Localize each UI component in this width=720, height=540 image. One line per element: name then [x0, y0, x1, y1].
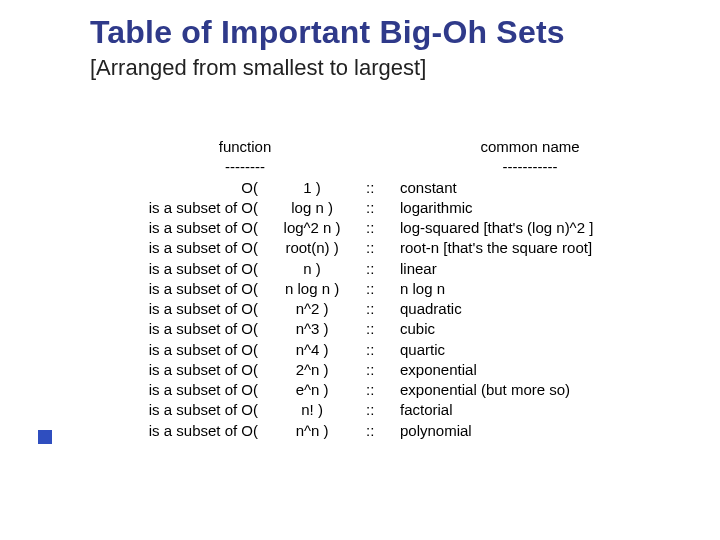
header-function: function [130, 137, 360, 157]
row-prefix: is a subset of O( [130, 380, 260, 400]
row-prefix: is a subset of O( [130, 360, 260, 380]
row-prefix: is a subset of O( [130, 319, 260, 339]
row-separator: :: [360, 178, 400, 198]
row-separator: :: [360, 279, 400, 299]
table-row: is a subset of O( log n )::logarithmic [130, 198, 720, 218]
row-function: n! ) [260, 400, 360, 420]
row-prefix: O( [130, 178, 260, 198]
decorative-square [38, 430, 52, 444]
row-function: 2^n ) [260, 360, 360, 380]
row-function: n^2 ) [260, 299, 360, 319]
row-function: root(n) ) [260, 238, 360, 258]
table-row: is a subset of O( n )::linear [130, 259, 720, 279]
row-separator: :: [360, 360, 400, 380]
header-common-name-dash: ----------- [400, 157, 660, 177]
table-body: O( 1 )::constantis a subset of O( log n … [130, 178, 720, 441]
row-common-name: polynomial [400, 421, 720, 441]
header-common-name: common name [400, 137, 660, 157]
row-common-name: logarithmic [400, 198, 720, 218]
row-common-name: quadratic [400, 299, 720, 319]
table-row: is a subset of O( log^2 n )::log-squared… [130, 218, 720, 238]
row-prefix: is a subset of O( [130, 238, 260, 258]
row-function: e^n ) [260, 380, 360, 400]
row-separator: :: [360, 238, 400, 258]
row-prefix: is a subset of O( [130, 198, 260, 218]
row-common-name: cubic [400, 319, 720, 339]
row-separator: :: [360, 340, 400, 360]
table-row: is a subset of O( n^4 )::quartic [130, 340, 720, 360]
row-common-name: n log n [400, 279, 720, 299]
row-separator: :: [360, 400, 400, 420]
row-separator: :: [360, 299, 400, 319]
row-common-name: factorial [400, 400, 720, 420]
row-common-name: log-squared [that's (log n)^2 ] [400, 218, 720, 238]
row-common-name: constant [400, 178, 720, 198]
row-prefix: is a subset of O( [130, 340, 260, 360]
row-common-name: exponential [400, 360, 720, 380]
row-separator: :: [360, 319, 400, 339]
page-subtitle: [Arranged from smallest to largest] [90, 55, 720, 81]
table-row: O( 1 )::constant [130, 178, 720, 198]
row-prefix: is a subset of O( [130, 279, 260, 299]
row-common-name: exponential (but more so) [400, 380, 720, 400]
row-separator: :: [360, 198, 400, 218]
row-common-name: quartic [400, 340, 720, 360]
row-function: n ) [260, 259, 360, 279]
row-separator: :: [360, 218, 400, 238]
table-row: is a subset of O( n^2 )::quadratic [130, 299, 720, 319]
table-row: is a subset of O( e^n )::exponential (bu… [130, 380, 720, 400]
row-function: 1 ) [260, 178, 360, 198]
row-function: log^2 n ) [260, 218, 360, 238]
header-divider: -------- ----------- [130, 157, 720, 177]
row-prefix: is a subset of O( [130, 421, 260, 441]
row-function: n^4 ) [260, 340, 360, 360]
row-function: n^n ) [260, 421, 360, 441]
header-function-dash: -------- [130, 157, 360, 177]
row-function: n log n ) [260, 279, 360, 299]
page-title: Table of Important Big-Oh Sets [90, 14, 720, 51]
row-prefix: is a subset of O( [130, 400, 260, 420]
row-separator: :: [360, 259, 400, 279]
table-row: is a subset of O( root(n) )::root-n [tha… [130, 238, 720, 258]
row-function: n^3 ) [260, 319, 360, 339]
row-separator: :: [360, 421, 400, 441]
big-oh-table: function common name -------- ----------… [130, 137, 720, 441]
row-prefix: is a subset of O( [130, 218, 260, 238]
table-row: is a subset of O( n^n )::polynomial [130, 421, 720, 441]
row-prefix: is a subset of O( [130, 259, 260, 279]
row-common-name: root-n [that's the square root] [400, 238, 720, 258]
row-separator: :: [360, 380, 400, 400]
row-prefix: is a subset of O( [130, 299, 260, 319]
header-row: function common name [130, 137, 720, 157]
table-row: is a subset of O( n! )::factorial [130, 400, 720, 420]
table-row: is a subset of O( 2^n )::exponential [130, 360, 720, 380]
table-row: is a subset of O( n log n )::n log n [130, 279, 720, 299]
row-common-name: linear [400, 259, 720, 279]
row-function: log n ) [260, 198, 360, 218]
table-row: is a subset of O( n^3 )::cubic [130, 319, 720, 339]
